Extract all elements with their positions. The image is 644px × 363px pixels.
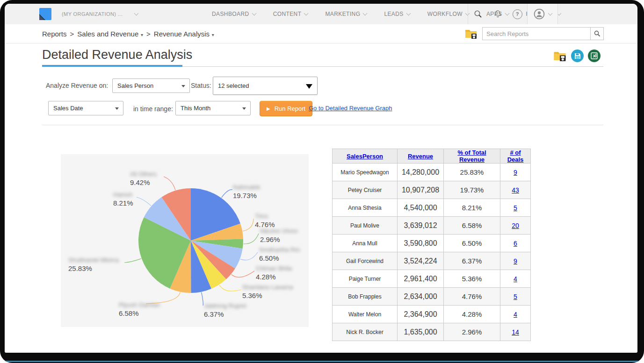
table-row: Paul Molive3,639,0126.58%20 (333, 217, 531, 235)
pie-slice-name-blurred: Nahmalek (233, 183, 260, 192)
search-reports-button[interactable] (590, 28, 603, 40)
table-cell: Anna Sthesia (333, 199, 398, 217)
status-value: 12 selected (218, 82, 249, 89)
search-reports-input[interactable] (483, 28, 590, 40)
breadcrumb-item-sales-and-revenue[interactable]: Sales and Revenue ▾ (77, 30, 143, 38)
table-cell: 2,961,400 (398, 270, 444, 288)
deals-count-link[interactable]: 20 (512, 222, 519, 229)
search-icon[interactable] (468, 4, 488, 24)
table-cell: 6.37% (444, 252, 500, 270)
topbar-icon-cluster: ? (468, 4, 558, 24)
organization-label: (MY ORGANIZATION) ... (62, 11, 123, 17)
table-cell: 14 (500, 323, 531, 341)
table-cell: 5 (500, 288, 531, 306)
column-header--of-total-revenue[interactable]: % of Total Revenue (444, 149, 500, 164)
deals-count-link[interactable]: 9 (514, 169, 517, 176)
column-header-label[interactable]: # of Deals (507, 149, 524, 163)
deals-count-link[interactable]: 9 (514, 257, 517, 265)
table-row: Mario Speedwagon14,280,00025.83%9 (333, 164, 531, 181)
pie-slice-percent: 8.21% (113, 199, 133, 207)
pie-slice-name-blurred: Chlman Bhlla (256, 264, 292, 273)
profile-menu[interactable] (527, 4, 558, 24)
pie-slice-name-blurred: Hamsh (113, 191, 133, 199)
pie-slice-percent: 4.28% (256, 273, 292, 281)
table-row: Walter Melon2,364,9004.28%4 (333, 306, 531, 323)
dropdown-arrow-icon (242, 107, 246, 112)
pie-label-connector (202, 292, 203, 306)
save-report-icon[interactable] (571, 50, 584, 62)
deals-count-link[interactable]: 6 (514, 240, 517, 247)
pie-slice-name-blurred: Smdhartha Rm (259, 246, 300, 254)
pie-slice-percent: 2.96% (260, 235, 298, 244)
deals-count-link[interactable]: 43 (512, 186, 519, 194)
table-cell: Gail Forcewind (333, 252, 398, 270)
saved-folder-icon[interactable] (553, 50, 567, 62)
run-report-button[interactable]: ▶ Run Report (260, 101, 312, 116)
pie-slice-label: Hamsh8.21% (113, 191, 133, 207)
table-cell: 5 (500, 199, 531, 217)
revenue-pie-chart: Nahmalek19.73%Tlms4.76%Nlkshm Vhmn2.96%S… (61, 154, 309, 327)
deals-count-link[interactable]: 5 (514, 293, 517, 300)
breadcrumb-item-revenue-analysis[interactable]: Revenue Analysis ▾ (154, 30, 214, 38)
nav-item-workflow[interactable]: WORKFLOW (427, 11, 469, 17)
pie-slice-percent: 25.83% (68, 264, 119, 273)
table-row: Petey Cruiser10,907,20819.73%43 (333, 181, 531, 199)
dropdown-arrow-icon (306, 84, 312, 92)
notifications-bell-icon[interactable] (488, 4, 507, 24)
column-header-label[interactable]: SalesPerson (347, 153, 383, 160)
nav-item-content[interactable]: CONTENT (273, 11, 308, 17)
deals-count-link[interactable]: 4 (514, 275, 517, 283)
nav-item-dashboard[interactable]: DASHBOARD (212, 11, 256, 17)
column-header--of-deals[interactable]: # of Deals (500, 149, 531, 164)
table-cell: 4,540,000 (398, 199, 444, 217)
status-select[interactable]: 12 selected (213, 77, 318, 95)
breadcrumb-separator: > (70, 30, 74, 38)
pie-label-connector (232, 271, 254, 277)
saved-folder-icon[interactable] (464, 28, 478, 40)
pie-slice-name-blurred: Plyush Gamlan (119, 301, 160, 309)
column-header-label[interactable]: % of Total Revenue (457, 149, 486, 163)
time-range-select[interactable]: This Month (175, 101, 251, 115)
export-excel-icon[interactable]: X (588, 50, 601, 62)
nav-item-marketing[interactable]: MARKETING (325, 11, 367, 17)
breadcrumb-separator: > (146, 30, 151, 38)
breadcrumb-row: Reports>Sales and Revenue ▾>Revenue Anal… (5, 24, 637, 43)
column-header-label[interactable]: Revenue (408, 153, 433, 160)
screenshot-frame: (MY ORGANIZATION) ... DASHBOARDCONTENTMA… (0, 0, 644, 363)
table-cell: 8.21% (444, 199, 500, 217)
column-header-salesperson[interactable]: SalesPerson (333, 149, 398, 164)
table-cell: Petey Cruiser (333, 181, 398, 199)
organization-selector[interactable]: (MY ORGANIZATION) ... (62, 4, 138, 24)
table-cell: 43 (500, 181, 531, 199)
profile-icon (534, 8, 545, 20)
table-cell: 25.83% (444, 164, 500, 181)
breadcrumb-item-reports[interactable]: Reports (42, 30, 67, 38)
date-field-select[interactable]: Sales Date (48, 101, 123, 115)
app-logo-icon[interactable] (39, 8, 51, 20)
table-cell: 14,280,000 (398, 164, 444, 181)
table-cell: 2.96% (444, 323, 500, 341)
title-accent-bar (42, 65, 182, 67)
chevron-down-icon (252, 11, 256, 16)
pie-slice-label: Jaldmng Rupml6.37% (204, 302, 246, 319)
deals-count-link[interactable]: 14 (512, 328, 519, 336)
analyze-revenue-select[interactable]: Sales Person (112, 78, 190, 93)
help-icon[interactable]: ? (507, 4, 527, 24)
detailed-revenue-graph-link[interactable]: Go to Detailed Revenue Graph (309, 105, 392, 112)
table-cell: 20 (500, 217, 531, 235)
pie-slice-name-blurred: All Others (130, 170, 157, 178)
table-cell: 2,634,000 (398, 288, 444, 306)
chevron-down-icon (304, 11, 309, 16)
pie-slice-name-blurred: Shubhamkl Mlshra (68, 256, 119, 264)
table-cell: 9 (500, 164, 531, 181)
nav-item-leads[interactable]: LEADS (384, 11, 410, 17)
date-field-value: Sales Date (53, 105, 83, 112)
column-header-revenue[interactable]: Revenue (398, 149, 444, 164)
chevron-down-icon (134, 11, 139, 16)
table-row: Nick R. Bocker1,635,0002.96%14 (333, 323, 531, 341)
chevron-down-icon (406, 11, 411, 16)
deals-count-link[interactable]: 4 (514, 311, 517, 318)
pie-slice-percent: 9.42% (130, 178, 157, 187)
deals-count-link[interactable]: 5 (514, 204, 517, 212)
pie-slice-label: Plyush Gamlan6.58% (119, 301, 160, 318)
